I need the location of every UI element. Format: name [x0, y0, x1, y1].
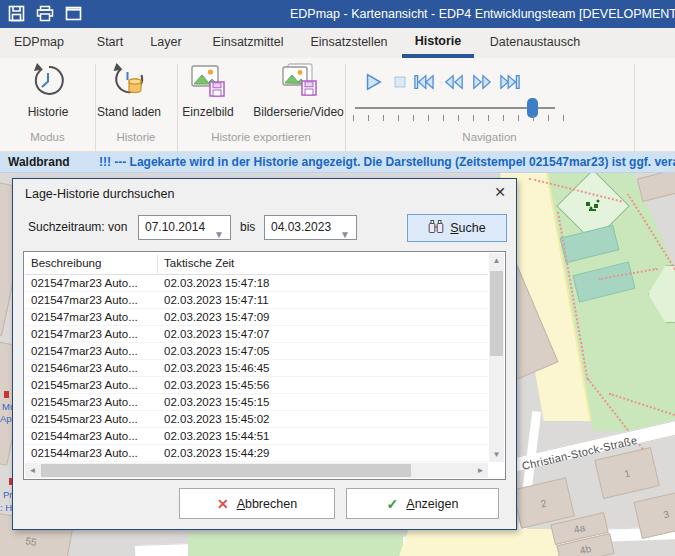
row-beschreibung: 021547mar23 Auto...: [31, 309, 155, 326]
row-beschreibung: 021547mar23 Auto...: [31, 343, 155, 360]
historie-mode-button[interactable]: Historie: [8, 62, 88, 128]
einzelbild-button[interactable]: Einzelbild: [172, 62, 244, 128]
suche-button[interactable]: Suche: [407, 214, 507, 242]
warning-message: !!! --- Lagekarte wird in der Historie a…: [99, 155, 675, 169]
table-row[interactable]: 021547mar23 Auto... 02.03.2023 15:47:11: [25, 292, 488, 309]
vertical-scroll-thumb[interactable]: [490, 271, 503, 356]
row-taktische-zeit: 02.03.2023 15:47:11: [164, 292, 269, 309]
building-3: 3: [633, 489, 675, 539]
group-label-historie: Historie: [95, 131, 177, 147]
map-green-patch: [188, 533, 403, 556]
bis-label: bis: [240, 220, 255, 234]
table-row[interactable]: 021546mar23 Auto... 02.03.2023 15:46:45: [25, 360, 488, 377]
column-taktische-zeit[interactable]: Taktische Zeit: [164, 257, 234, 269]
column-beschreibung[interactable]: Beschreibung: [31, 257, 101, 269]
abbrechen-button[interactable]: ✕ Abbrechen: [179, 488, 335, 519]
stand-laden-label: Stand laden: [97, 105, 161, 119]
vertical-scrollbar[interactable]: ▲ ▼: [489, 253, 504, 462]
group-label-exportieren: Historie exportieren: [177, 131, 345, 147]
tab-historie[interactable]: Historie: [402, 28, 474, 58]
row-taktische-zeit: 02.03.2023 15:45:15: [164, 394, 270, 411]
row-beschreibung: 021547mar23 Auto...: [31, 275, 155, 292]
table-row[interactable]: 021547mar23 Auto... 02.03.2023 15:47:07: [25, 326, 488, 343]
table-row[interactable]: 021545mar23 Auto... 02.03.2023 15:45:56: [25, 377, 488, 394]
chevron-down-icon: ▼: [340, 223, 350, 246]
row-taktische-zeit: 02.03.2023 15:45:02: [164, 411, 270, 428]
table-row[interactable]: 021547mar23 Auto... 02.03.2023 15:47:05: [25, 343, 488, 360]
edpmap-window: EDPmap - Kartenansicht - EDP4 Entwicklun…: [0, 0, 675, 556]
row-beschreibung: 021547mar23 Auto...: [31, 292, 155, 309]
timeline-slider-track[interactable]: [355, 107, 555, 109]
ribbon-tab-bar: EDPmap Start Layer Einsatzmittel Einsatz…: [0, 28, 675, 58]
historie-button-label: Historie: [28, 105, 69, 119]
table-row[interactable]: 021544mar23 Auto... 02.03.2023 15:44:51: [25, 428, 488, 445]
poi-label: : H: [0, 502, 12, 513]
skip-start-icon[interactable]: [411, 70, 437, 94]
history-list: Beschreibung Taktische Zeit 021547mar23 …: [23, 251, 506, 480]
binoculars-icon: [428, 219, 444, 237]
lage-historie-dialog: Lage-Historie durchsuchen ✕ Suchzeitraum…: [12, 178, 517, 530]
scroll-left-icon[interactable]: ◄: [25, 463, 40, 478]
play-button[interactable]: [360, 70, 386, 94]
anzeigen-button[interactable]: ✓ Anzeigen: [346, 488, 499, 519]
row-taktische-zeit: 02.03.2023 15:46:45: [164, 360, 270, 377]
image-save-icon: [189, 62, 227, 103]
tab-einsatzmittel[interactable]: Einsatzmittel: [200, 28, 296, 58]
window-icon[interactable]: [65, 5, 82, 22]
tab-einsatzstellen[interactable]: Einsatzstellen: [300, 28, 398, 58]
row-taktische-zeit: 02.03.2023 15:45:56: [164, 377, 270, 394]
timeline-slider-ticks: [353, 115, 565, 121]
table-row[interactable]: 021545mar23 Auto... 02.03.2023 15:45:02: [25, 411, 488, 428]
ribbon: Historie Stand laden Einzelbild Bilderse…: [0, 58, 675, 152]
list-header: Beschreibung Taktische Zeit: [25, 253, 488, 275]
history-clock-icon: [30, 62, 66, 103]
title-bar: EDPmap - Kartenansicht - EDP4 Entwicklun…: [0, 0, 675, 28]
table-row[interactable]: 021544mar23 Auto... 02.03.2023 15:44:29: [25, 445, 488, 462]
date-to-select[interactable]: 04.03.2023 ▼: [264, 215, 357, 240]
playground-icon: [585, 199, 601, 216]
row-beschreibung: 021545mar23 Auto...: [31, 377, 155, 394]
tab-layer[interactable]: Layer: [140, 28, 192, 58]
row-taktische-zeit: 02.03.2023 15:47:05: [164, 343, 270, 360]
stand-laden-button[interactable]: Stand laden: [88, 62, 170, 128]
close-icon[interactable]: ✕: [494, 184, 506, 200]
row-taktische-zeit: 02.03.2023 15:44:51: [164, 428, 270, 445]
forward-icon[interactable]: [469, 70, 495, 94]
stop-button[interactable]: [387, 70, 413, 94]
row-beschreibung: 021544mar23 Auto...: [31, 445, 155, 462]
einzelbild-label: Einzelbild: [182, 105, 233, 119]
row-beschreibung: 021544mar23 Auto...: [31, 428, 155, 445]
cancel-x-icon: ✕: [217, 496, 229, 512]
rewind-icon[interactable]: [441, 70, 467, 94]
table-row[interactable]: 021547mar23 Auto... 02.03.2023 15:47:09: [25, 309, 488, 326]
building-1: 1: [594, 447, 660, 499]
search-range-label: Suchzeitraum: von: [28, 220, 127, 234]
date-from-select[interactable]: 07.10.2014 ▼: [138, 215, 231, 240]
image-series-save-icon: [279, 62, 319, 103]
history-warning-bar: Waldbrand !!! --- Lagekarte wird in der …: [0, 152, 675, 173]
save-icon[interactable]: [8, 5, 25, 22]
tab-edpmap[interactable]: EDPmap: [4, 28, 74, 58]
poi-marker: [4, 391, 9, 398]
bilderserie-label: Bilderserie/Video: [253, 105, 344, 119]
tab-datenaustausch[interactable]: Datenaustausch: [480, 28, 590, 58]
abbrechen-label: Abbrechen: [237, 497, 297, 511]
bilderserie-button[interactable]: Bilderserie/Video: [246, 62, 351, 128]
row-beschreibung: 021547mar23 Auto...: [31, 326, 155, 343]
date-to-value: 04.03.2023: [271, 220, 331, 234]
row-beschreibung: 021545mar23 Auto...: [31, 411, 155, 428]
skip-end-icon[interactable]: [497, 70, 523, 94]
table-row[interactable]: 021545mar23 Auto... 02.03.2023 15:45:15: [25, 394, 488, 411]
dialog-title: Lage-Historie durchsuchen: [25, 187, 174, 201]
group-label-navigation: Navigation: [345, 131, 634, 147]
table-row[interactable]: 021547mar23 Auto... 02.03.2023 15:47:18: [25, 275, 488, 292]
horizontal-scrollbar[interactable]: ◄ ►: [25, 463, 488, 478]
horizontal-scroll-thumb[interactable]: [41, 464, 411, 477]
scroll-right-icon[interactable]: ►: [473, 463, 488, 478]
tab-start[interactable]: Start: [84, 28, 136, 58]
scroll-up-icon[interactable]: ▲: [489, 253, 504, 268]
column-divider[interactable]: [157, 255, 158, 273]
scroll-down-icon[interactable]: ▼: [489, 447, 504, 462]
print-icon[interactable]: [36, 5, 54, 22]
row-beschreibung: 021545mar23 Auto...: [31, 394, 155, 411]
